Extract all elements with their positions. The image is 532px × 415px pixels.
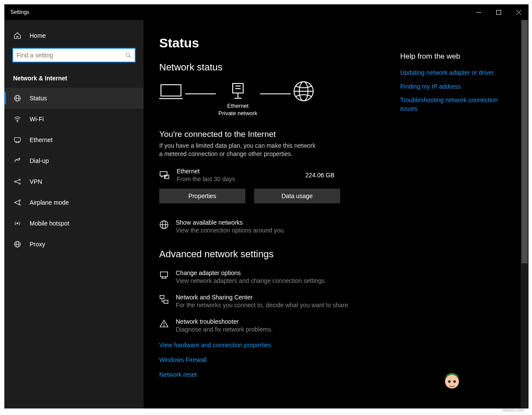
sharing-center[interactable]: Network and Sharing Center For the netwo… — [159, 294, 400, 309]
globe-small-icon — [159, 220, 170, 230]
sidebar-item-proxy[interactable]: Proxy — [4, 234, 144, 255]
diagram-label-2: Private network — [218, 110, 258, 116]
maximize-icon — [496, 10, 501, 15]
show-networks-option[interactable]: Show available networks View the connect… — [159, 219, 400, 234]
option-title: Show available networks — [176, 219, 285, 226]
svg-rect-10 — [14, 138, 20, 142]
airplane-icon — [13, 198, 22, 207]
svg-point-19 — [17, 223, 18, 224]
help-panel: Help from the web Updating network adapt… — [400, 20, 513, 408]
connected-heading: You're connected to the Internet — [159, 129, 400, 139]
minimize-icon — [476, 10, 481, 15]
maximize-button[interactable] — [489, 4, 509, 20]
usage-value: 224.06 GB — [305, 172, 335, 179]
svg-rect-40 — [161, 272, 168, 276]
firewall-link[interactable]: Windows Firewall — [159, 356, 400, 363]
advanced-heading: Advanced network settings — [159, 249, 400, 260]
search-icon — [125, 52, 131, 58]
sidebar-category: Network & Internet — [4, 67, 144, 88]
sidebar-item-label: Ethernet — [30, 136, 53, 143]
svg-rect-23 — [161, 85, 181, 96]
network-reset-link[interactable]: Network reset — [159, 371, 400, 378]
router-icon — [231, 83, 245, 99]
svg-point-49 — [164, 325, 164, 326]
sidebar-item-dialup[interactable]: Dial-up — [4, 150, 144, 171]
main-content: Status Network status EthernetPrivate ne… — [144, 20, 400, 408]
sidebar-item-wifi[interactable]: Wi-Fi — [4, 109, 144, 129]
help-heading: Help from the web — [400, 52, 508, 61]
network-diagram: EthernetPrivate network — [159, 81, 400, 119]
svg-line-5 — [129, 56, 131, 58]
sidebar-nav: Status Wi-Fi Ethernet Dial-up VPN — [4, 88, 144, 255]
sidebar-item-status[interactable]: Status — [4, 88, 144, 109]
adapter-options[interactable]: Change adapter options View network adap… — [159, 269, 400, 284]
window-controls — [468, 4, 529, 20]
close-button[interactable] — [509, 4, 529, 20]
wifi-icon — [13, 115, 22, 123]
proxy-icon — [13, 240, 22, 249]
sidebar-item-label: Mobile hotspot — [30, 220, 69, 227]
network-status-heading: Network status — [159, 62, 400, 73]
option-sub: For the networks you connect to, decide … — [176, 302, 350, 309]
scrollbar[interactable] — [521, 20, 529, 408]
troubleshooter[interactable]: Network troubleshooter Diagnose and fix … — [159, 318, 400, 333]
sidebar-item-label: Dial-up — [30, 157, 49, 164]
sidebar-item-label: VPN — [30, 178, 42, 185]
usage-row: Ethernet From the last 30 days 224.06 GB — [159, 168, 340, 183]
svg-rect-45 — [164, 300, 168, 303]
warning-icon — [159, 319, 170, 329]
hotspot-icon — [13, 219, 22, 228]
svg-point-14 — [14, 181, 16, 183]
sidebar-item-label: Wi-Fi — [30, 116, 44, 123]
svg-point-16 — [19, 183, 20, 184]
option-title: Network troubleshooter — [176, 318, 273, 325]
help-link[interactable]: Finding my IP address — [400, 83, 508, 91]
globe-icon — [293, 81, 314, 102]
home-link[interactable]: Home — [4, 26, 144, 45]
help-link[interactable]: Updating network adapter or driver — [400, 69, 508, 77]
option-sub: View network adapters and change connect… — [176, 277, 326, 284]
svg-rect-44 — [160, 295, 164, 299]
properties-button[interactable]: Properties — [159, 189, 245, 203]
minimize-button[interactable] — [468, 4, 489, 20]
svg-rect-1 — [496, 10, 501, 14]
data-usage-button[interactable]: Data usage — [254, 189, 340, 203]
close-icon — [516, 10, 521, 15]
sidebar-item-hotspot[interactable]: Mobile hotspot — [4, 213, 144, 234]
pc-icon — [159, 83, 183, 100]
mascot-image — [441, 369, 463, 391]
ethernet-usage-icon — [159, 170, 171, 180]
ethernet-icon — [13, 136, 22, 144]
diagram-label-1: Ethernet — [227, 103, 248, 109]
sidebar-item-ethernet[interactable]: Ethernet — [4, 129, 144, 150]
usage-sub: From the last 30 days — [177, 176, 305, 183]
sidebar-item-vpn[interactable]: VPN — [4, 171, 144, 192]
dialup-icon — [13, 156, 22, 165]
app-title: Settings — [10, 9, 29, 15]
sidebar-item-label: Proxy — [30, 241, 45, 248]
option-title: Change adapter options — [176, 269, 326, 276]
scrollbar-thumb[interactable] — [522, 20, 528, 263]
sidebar-item-label: Status — [30, 95, 47, 102]
home-icon — [13, 31, 22, 40]
hardware-properties-link[interactable]: View hardware and connection properties — [159, 342, 400, 349]
search-input[interactable] — [12, 48, 136, 63]
help-link[interactable]: Troubleshooting network connection issue… — [400, 96, 508, 113]
svg-point-52 — [453, 380, 456, 383]
sharing-icon — [159, 295, 170, 305]
search-field[interactable] — [17, 52, 125, 59]
svg-point-9 — [17, 121, 18, 122]
svg-point-4 — [126, 53, 130, 56]
sidebar: Home Network & Internet Status Wi-Fi — [4, 20, 144, 408]
status-icon — [13, 94, 22, 103]
adapter-icon — [159, 270, 170, 281]
page-title: Status — [159, 36, 400, 50]
svg-point-15 — [19, 179, 20, 180]
sidebar-item-airplane[interactable]: Airplane mode — [4, 192, 144, 213]
connected-desc: If you have a limited data plan, you can… — [159, 142, 316, 158]
vpn-icon — [13, 177, 22, 186]
home-label: Home — [30, 32, 46, 39]
titlebar: Settings — [4, 4, 529, 20]
option-title: Network and Sharing Center — [176, 294, 350, 301]
sidebar-item-label: Airplane mode — [30, 199, 69, 206]
